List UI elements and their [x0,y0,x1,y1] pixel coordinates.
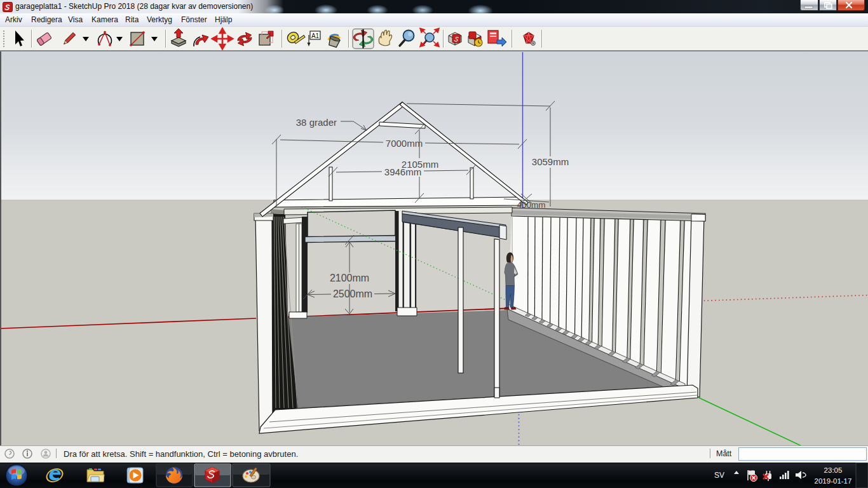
svg-text:2100mm: 2100mm [330,273,369,283]
svg-text:A1: A1 [311,32,320,39]
svg-text:7000mm: 7000mm [386,138,423,149]
svg-text:SV: SV [714,471,724,480]
svg-text:400mm: 400mm [517,200,545,210]
svg-text:38 grader: 38 grader [296,117,337,128]
svg-text:3946mm: 3946mm [384,166,421,177]
svg-text:23:05: 23:05 [824,466,843,474]
svg-text:2019-01-17: 2019-01-17 [815,477,852,485]
svg-text:2500mm: 2500mm [333,288,372,299]
svg-text:3059mm: 3059mm [532,156,569,167]
